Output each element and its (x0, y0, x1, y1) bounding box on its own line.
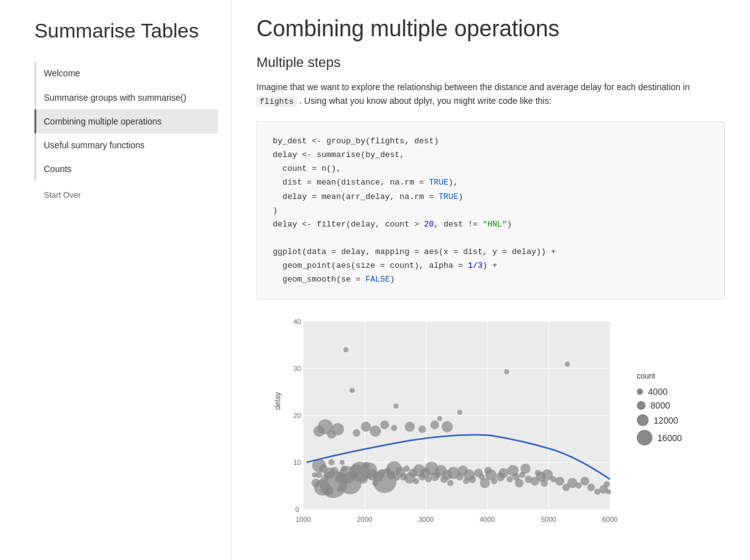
legend-circle-12000 (637, 414, 649, 426)
sidebar-nav: Welcome Summarise groups with summarise(… (34, 61, 218, 181)
svg-point-106 (332, 423, 344, 435)
svg-point-100 (457, 410, 462, 415)
svg-point-101 (504, 369, 509, 374)
svg-point-97 (350, 388, 355, 393)
svg-point-27 (328, 459, 335, 466)
svg-point-91 (587, 484, 595, 491)
x-tick-4: 4000 (480, 516, 495, 523)
section-title: Multiple steps (256, 54, 725, 71)
svg-point-25 (312, 479, 320, 487)
svg-point-111 (391, 425, 397, 431)
svg-point-113 (418, 425, 426, 433)
svg-point-64 (469, 476, 476, 483)
chart-legend: count 4000 8000 12000 16000 (637, 372, 682, 449)
svg-point-44 (403, 466, 410, 472)
page-title: Combining multiple operations (256, 16, 725, 42)
svg-point-70 (491, 478, 497, 484)
x-tick-1: 1000 (296, 516, 311, 523)
code-line-8 (273, 232, 709, 245)
code-block: by_dest <- group_by(flights, dest) delay… (256, 121, 725, 300)
code-line-3: count = n(), (273, 162, 709, 176)
svg-point-28 (340, 460, 345, 465)
legend-label-12000: 12000 (654, 415, 678, 425)
svg-point-115 (442, 421, 453, 432)
svg-point-78 (520, 464, 530, 474)
svg-point-90 (580, 477, 589, 486)
sidebar-item-summarise-groups[interactable]: Summarise groups with summarise() (34, 86, 218, 109)
sidebar-title: Summarise Tables (34, 19, 218, 43)
sidebar-item-combining-multiple[interactable]: Combining multiple operations (34, 109, 218, 133)
sidebar-item-useful-summary[interactable]: Useful summary functions (34, 133, 218, 157)
svg-point-112 (405, 422, 415, 432)
svg-point-102 (565, 362, 570, 367)
svg-point-94 (604, 481, 610, 487)
svg-point-108 (361, 422, 371, 432)
legend-item-8000: 8000 (637, 400, 682, 410)
code-line-1: by_dest <- group_by(flights, dest) (273, 135, 709, 148)
svg-point-96 (343, 347, 348, 352)
legend-label-8000: 8000 (651, 400, 670, 410)
svg-point-73 (507, 476, 513, 482)
svg-point-98 (393, 404, 398, 409)
svg-point-99 (437, 416, 442, 421)
svg-point-114 (430, 420, 439, 429)
y-axis-label: delay (273, 392, 282, 410)
code-line-2: delay <- summarise(by_dest, (273, 148, 709, 162)
y-tick-40: 40 (293, 318, 301, 325)
description-text-1: Imagine that we want to explore the rela… (256, 82, 690, 92)
x-tick-2: 2000 (357, 516, 372, 523)
svg-point-110 (380, 420, 389, 429)
svg-point-109 (370, 425, 381, 437)
code-line-10: geom_point(aes(size = count), alpha = 1/… (273, 259, 709, 273)
chart-svg: 0 10 20 30 40 1000 2000 3000 4000 5000 6… (285, 315, 641, 534)
legend-item-12000: 12000 (637, 414, 682, 426)
x-tick-6: 6000 (602, 516, 617, 523)
svg-point-23 (323, 486, 333, 496)
svg-point-89 (575, 482, 582, 489)
description: Imagine that we want to explore the rela… (256, 80, 725, 109)
svg-point-95 (606, 489, 611, 494)
code-line-6: ) (273, 204, 709, 218)
sidebar: Summarise Tables Welcome Summarise group… (0, 0, 231, 560)
svg-point-107 (353, 429, 360, 437)
legend-label-4000: 4000 (648, 387, 667, 397)
sidebar-item-counts[interactable]: Counts (34, 157, 218, 181)
svg-point-76 (515, 479, 524, 487)
svg-point-26 (312, 472, 317, 477)
y-tick-20: 20 (293, 412, 301, 419)
main-content: Combining multiple operations Multiple s… (231, 0, 750, 560)
svg-point-72 (499, 468, 509, 478)
x-tick-3: 3000 (418, 516, 433, 523)
code-line-5: delay = mean(arr_delay, na.rm = TRUE) (273, 190, 709, 204)
svg-point-86 (555, 477, 564, 486)
legend-circle-4000 (637, 389, 643, 395)
y-tick-10: 10 (293, 459, 301, 466)
code-line-4: dist = mean(distance, na.rm = TRUE), (273, 176, 709, 190)
legend-circle-16000 (637, 430, 652, 445)
legend-title: count (637, 372, 682, 380)
sidebar-item-welcome[interactable]: Welcome (34, 61, 218, 85)
x-tick-5: 5000 (541, 516, 556, 523)
svg-point-24 (337, 486, 343, 492)
y-tick-30: 30 (293, 365, 301, 372)
svg-point-58 (447, 480, 454, 486)
code-line-7: delay <- filter(delay, count > 20, dest … (273, 218, 709, 232)
legend-label-16000: 16000 (657, 433, 682, 443)
flights-inline-code: flights (256, 96, 297, 107)
legend-circle-8000 (637, 401, 646, 410)
svg-point-47 (413, 478, 419, 484)
code-line-11: geom_smooth(se = FALSE) (273, 273, 709, 287)
chart-wrapper: delay 0 10 20 30 40 1000 2000 3000 40 (256, 315, 694, 541)
y-tick-0: 0 (295, 506, 299, 513)
code-line-9: ggplot(data = delay, mapping = aes(x = d… (273, 245, 709, 259)
description-text-2: . Using what you know about dplyr, you m… (300, 96, 552, 106)
legend-item-16000: 16000 (637, 430, 682, 445)
legend-item-4000: 4000 (637, 387, 682, 397)
start-over-link[interactable]: Start Over (34, 190, 218, 200)
